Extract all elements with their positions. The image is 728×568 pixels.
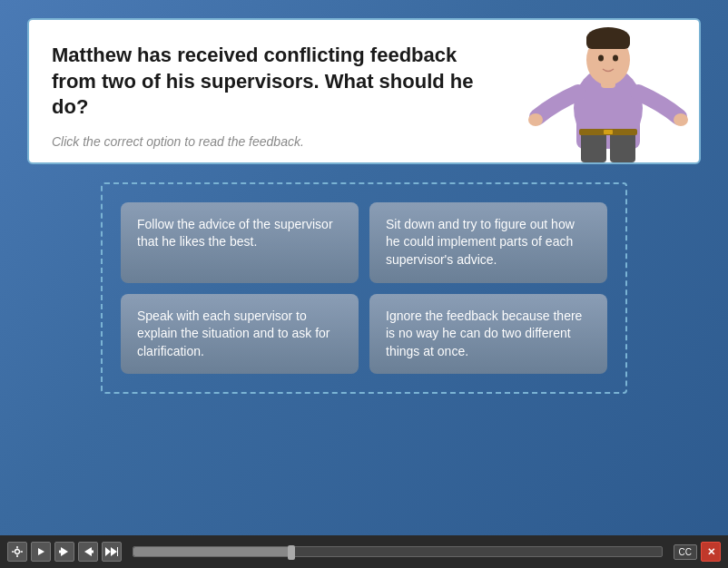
play-button[interactable] — [31, 542, 51, 562]
svg-rect-22 — [92, 551, 93, 553]
svg-rect-5 — [604, 130, 613, 134]
progress-indicator — [288, 545, 295, 560]
header-title: Matthew has received conflicting feedbac… — [52, 43, 499, 121]
prev-button[interactable] — [54, 542, 74, 562]
option-c-text: Speak with each supervisor to explain th… — [137, 308, 342, 361]
main-content: Matthew has received conflicting feedbac… — [0, 0, 728, 535]
svg-rect-20 — [59, 551, 61, 553]
header-subtitle: Click the correct option to read the fee… — [52, 134, 499, 149]
dashed-border-box: Follow the advice of the supervisor that… — [101, 182, 627, 395]
option-b-text: Sit down and try to figure out how he co… — [386, 216, 591, 269]
svg-rect-17 — [12, 551, 15, 553]
cc-button[interactable]: CC — [674, 544, 697, 560]
svg-point-11 — [613, 54, 618, 61]
svg-rect-18 — [21, 551, 24, 553]
svg-point-10 — [598, 54, 604, 61]
option-a-button[interactable]: Follow the advice of the supervisor that… — [121, 202, 359, 283]
svg-point-14 — [15, 550, 20, 554]
svg-marker-19 — [38, 548, 44, 555]
svg-marker-23 — [84, 547, 92, 556]
svg-point-13 — [674, 113, 688, 126]
option-a-text: Follow the advice of the supervisor that… — [137, 216, 342, 251]
option-c-button[interactable]: Speak with each supervisor to explain th… — [121, 294, 359, 375]
progress-bar-fill — [133, 547, 291, 556]
svg-rect-15 — [16, 546, 18, 549]
header-card: Matthew has received conflicting feedbac… — [27, 18, 701, 164]
svg-marker-24 — [105, 547, 111, 556]
progress-bar[interactable] — [133, 546, 663, 557]
svg-rect-3 — [610, 131, 635, 162]
svg-marker-25 — [111, 547, 117, 556]
header-text-area: Matthew has received conflicting feedbac… — [29, 20, 517, 162]
option-d-button[interactable]: Ignore the feedback because there is no … — [369, 294, 607, 375]
options-grid: Follow the advice of the supervisor that… — [121, 202, 607, 375]
person-illustration — [526, 22, 690, 162]
close-button[interactable]: ✕ — [701, 542, 721, 562]
toolbar: CC ✕ — [0, 535, 728, 568]
settings-icon-button[interactable] — [7, 542, 27, 562]
svg-rect-16 — [16, 555, 18, 558]
svg-rect-26 — [117, 547, 118, 556]
svg-rect-2 — [581, 131, 606, 162]
options-container: Follow the advice of the supervisor that… — [27, 182, 701, 526]
svg-marker-21 — [61, 547, 68, 556]
fast-forward-button[interactable] — [102, 542, 122, 562]
option-d-text: Ignore the feedback because there is no … — [386, 308, 591, 361]
header-image-area — [517, 20, 699, 162]
svg-rect-9 — [586, 34, 630, 49]
next-button[interactable] — [78, 542, 98, 562]
option-b-button[interactable]: Sit down and try to figure out how he co… — [369, 202, 607, 283]
svg-point-12 — [528, 113, 543, 126]
